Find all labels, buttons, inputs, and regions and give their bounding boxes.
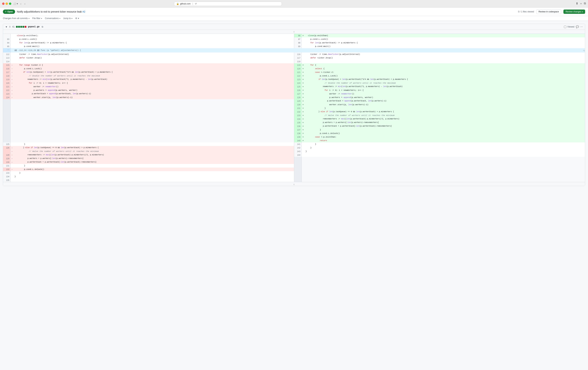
left-123: 123 - p.workerStack = append(p.workerSta…: [3, 92, 294, 96]
rc126: for i := 0; i < newWorkers; i++ {: [304, 88, 585, 92]
right-130: 130 + worker.start(p, len(p.workers)-1): [294, 103, 585, 107]
rem133l: [302, 171, 304, 175]
split-diff-view: ↑ close(p.exitChan); 86 + close(p.exitCh…: [3, 30, 585, 186]
address-bar-icons: ⋮ ↺: [192, 2, 197, 5]
settings-link[interactable]: ⚙ ▾: [75, 17, 79, 20]
rm131: +: [302, 107, 304, 110]
bottom-expand-row: ↓: [3, 182, 585, 186]
viewed-checkbox[interactable]: [564, 26, 566, 28]
rc132: } else if len(p.taskQueue) == 0 && len(p…: [304, 110, 585, 114]
left-empty-140: [3, 139, 294, 142]
file-collapse-button[interactable]: ▼: [5, 25, 8, 28]
expand-up-button[interactable]: ↑: [294, 30, 295, 33]
c125: }: [13, 142, 294, 146]
le140: [3, 139, 10, 142]
c123: p.workerStack = append(p.workerStack, le…: [13, 92, 294, 96]
expand-down-button[interactable]: ↓: [294, 183, 295, 185]
l127: [3, 150, 10, 153]
file-filter-link[interactable]: File filter ▾: [32, 17, 42, 20]
l115: 115: [3, 63, 10, 67]
left-117: 117 - if len(p.taskQueue) > len(p.worker…: [3, 70, 294, 74]
minimize-button[interactable]: [6, 2, 8, 5]
diff-row-117: 117 - if len(p.taskQueue) > len(p.worker…: [3, 70, 585, 74]
diff-row-129l: 129 - p.workers = p.workers[:len(p.worke…: [3, 157, 585, 160]
rec131l: [304, 164, 585, 168]
address-bar[interactable]: 🔒 github.com ⋮ ↺: [174, 2, 282, 6]
review-changes-button[interactable]: Review changes ▾: [563, 10, 585, 14]
ce133: [13, 114, 294, 117]
m123: -: [10, 92, 13, 96]
r133: 133: [294, 114, 302, 117]
copy-filename-button[interactable]: ⧉: [42, 25, 43, 28]
left-side-84: 84 for len(p.workerStack) != p.minWorker…: [3, 41, 294, 44]
diff-row-115: 115 - for range ticker.C { 119 + for {: [3, 63, 585, 67]
diff-row-134l: 134 }: [3, 175, 585, 178]
left-empty-137: [3, 128, 294, 132]
m129l: -: [10, 157, 13, 160]
r122: 122: [294, 74, 302, 78]
rm132: +: [302, 110, 304, 114]
rm120: +: [302, 67, 304, 70]
tabs-icon[interactable]: ⧉: [584, 2, 586, 6]
forward-button[interactable]: ›: [24, 2, 26, 6]
re133l: [294, 171, 302, 175]
l134l: 134: [3, 175, 10, 178]
share-icon[interactable]: ⬆: [576, 2, 578, 6]
pr-title-area: Notify adjustWorkers to exit to prevent …: [17, 10, 516, 13]
r135: 135: [294, 121, 302, 124]
me136: [10, 124, 13, 128]
diff-row-121: 121 - worker := newWorker() 125 + newWor…: [3, 85, 585, 88]
diff-row-84: 84 for len(p.workerStack) != p.minWorker…: [3, 41, 585, 44]
right-128: 128 + p.workers = append(p.workers, work…: [294, 96, 585, 99]
comment-button[interactable]: 💬: [576, 25, 579, 28]
right-mark-89: [302, 44, 304, 48]
hunk-header-full: ⋯ @@ -112,24 +116,29 @@ func (p *goPool)…: [3, 48, 585, 53]
r136: 136: [294, 124, 302, 128]
right-123: 123 + if len(p.taskQueue) > len(p.worker…: [294, 78, 585, 81]
r116: 116: [294, 53, 302, 56]
rc128: p.workers = append(p.workers, worker): [304, 96, 585, 99]
conversations-dropdown-icon: ▾: [59, 17, 60, 19]
r142: 142: [294, 146, 302, 150]
left-side-83: 83 p.cond.L.Lock(): [3, 37, 294, 41]
more-options-button[interactable]: ⋯: [580, 25, 583, 28]
me140: [10, 139, 13, 142]
c117: if len(p.taskQueue) > len(p.workerStack)…: [13, 70, 294, 74]
sidebar-toggle[interactable]: ⬜ ▾: [13, 2, 18, 5]
review-codespace-button[interactable]: Review in codespace: [536, 9, 561, 14]
rm139: +: [302, 135, 304, 139]
pr-title: Notify adjustWorkers to exit to prevent …: [17, 10, 516, 13]
me129: [10, 99, 13, 103]
left-mark-83: [10, 37, 13, 41]
re135l: [294, 178, 302, 182]
ce139: [13, 135, 294, 139]
rm123: +: [302, 78, 304, 81]
c130l: p.workerStack = p.workerStack[:len(p.wor…: [13, 160, 294, 164]
left-122: 122 - p.workers = append(p.workers, work…: [3, 88, 294, 92]
new-tab-icon[interactable]: ＋: [579, 2, 582, 6]
rem135l: [302, 178, 304, 182]
back-button[interactable]: ‹: [20, 2, 22, 6]
maximize-button[interactable]: [9, 2, 11, 5]
viewed-label[interactable]: Viewed: [564, 25, 574, 28]
l126: 126: [3, 146, 10, 150]
r131: 131: [294, 107, 302, 110]
m112: [10, 53, 13, 56]
right-122: 122 + p.cond.L.Lock(): [294, 74, 585, 78]
close-button[interactable]: [2, 2, 4, 5]
r118: 118: [294, 60, 302, 63]
rec135l: [304, 178, 585, 182]
m130l: -: [10, 160, 13, 164]
r134: 134: [294, 117, 302, 121]
c124: worker.start(p, len(p.workers)-1): [13, 96, 294, 99]
r144: 144: [294, 153, 302, 157]
me134: [10, 117, 13, 121]
me133: [10, 114, 13, 117]
l132l: 132: [3, 168, 10, 171]
l113: 113: [3, 56, 10, 60]
changes-from-all-link[interactable]: Changes from all commits ▾: [3, 17, 30, 20]
conversations-link[interactable]: Conversations ▾: [45, 17, 60, 20]
hunk-expand-down[interactable]: ↓: [584, 48, 585, 53]
re131l: [294, 164, 302, 168]
jump-to-link[interactable]: Jump to ▾: [63, 17, 73, 20]
